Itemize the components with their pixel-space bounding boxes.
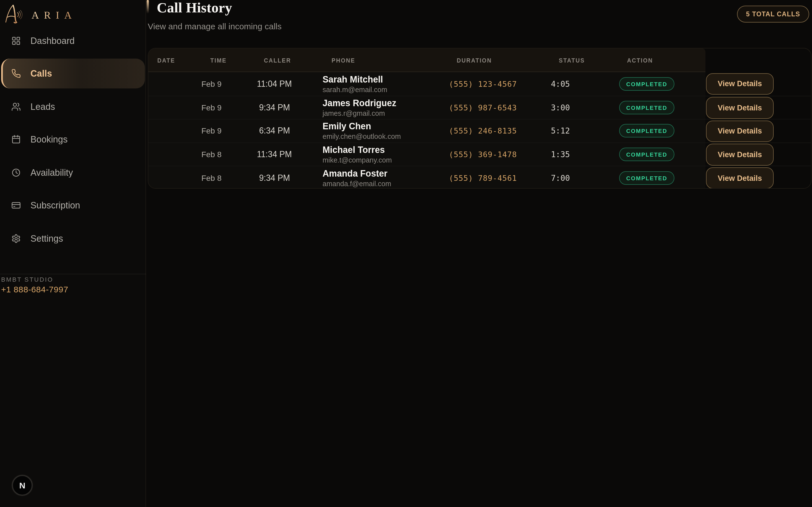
sidebar-item-dashboard[interactable]: Dashboard [1,25,145,55]
sidebar-item-availability[interactable]: Availability [1,158,145,187]
sidebar-item-leads[interactable]: Leads [1,92,145,121]
caller-email: sarah.m@email.com [322,86,447,94]
caller-name: Amanda Foster [322,168,438,179]
cell-status: COMPLETED [613,77,680,91]
column-header-status: STATUS [559,48,585,72]
view-details-button[interactable]: View Details [706,167,774,189]
caller-name: James Rodriguez [322,98,438,108]
status-badge: COMPLETED [619,171,674,184]
view-details-button[interactable]: View Details [706,97,774,119]
cell-time: 9:34 PM [241,173,308,183]
phone-icon [11,69,21,78]
caller-name: Sarah Mitchell [322,74,438,85]
sidebar-item-settings[interactable]: Settings [1,223,145,253]
cell-duration: 5:12 [551,126,602,135]
caller-email: mike.t@company.com [322,156,447,164]
cell-phone: (555) 369-1478 [449,150,550,159]
grid-icon [11,36,21,45]
cell-status: COMPLETED [613,124,680,138]
column-header-date: DATE [157,48,175,72]
call-history-table: DATETIMECALLERPHONEDURATIONSTATUSACTION … [148,48,811,189]
caller-email: james.r@gmail.com [322,110,447,117]
sidebar-item-bookings[interactable]: Bookings [1,124,145,154]
clock-icon [11,168,21,177]
view-details-button[interactable]: View Details [706,73,774,95]
sidebar: ARIA Dashboard Calls Leads Bookings Avai… [0,0,146,507]
cell-caller: Sarah Mitchell sarah.m@email.com [322,74,447,94]
cell-phone: (555) 789-4561 [449,173,550,182]
caller-email: amanda.f@email.com [322,180,447,187]
credit-card-icon [11,201,21,210]
cell-duration: 7:00 [551,173,602,182]
table-row: Feb 8 11:34 PM Michael Torres mike.t@com… [148,143,811,166]
table-body: Feb 9 11:04 PM Sarah Mitchell sarah.m@em… [148,72,811,189]
cell-status: COMPLETED [613,148,680,161]
cell-caller: Emily Chen emily.chen@outlook.com [322,121,447,141]
total-calls-badge: 5 TOTAL CALLS [737,6,809,22]
cell-duration: 1:35 [551,150,602,159]
status-badge: COMPLETED [619,124,674,138]
sidebar-item-subscription[interactable]: Subscription [1,190,145,220]
cell-date: Feb 9 [183,126,240,135]
cell-date: Feb 8 [183,150,240,159]
page-title: Call History [157,0,232,16]
column-header-time: TIME [210,48,227,72]
cell-time: 11:34 PM [241,149,308,159]
cell-date: Feb 9 [183,79,240,89]
app-window: ARIA Dashboard Calls Leads Bookings Avai… [0,0,812,507]
brand-name: ARIA [32,6,77,21]
cell-date: Feb 9 [183,103,240,112]
table-header-row: DATETIMECALLERPHONEDURATIONSTATUSACTION [148,48,705,72]
column-header-action: ACTION [627,48,653,72]
cell-phone: (555) 987-6543 [449,103,550,112]
status-badge: COMPLETED [619,148,674,161]
column-header-phone: PHONE [332,48,355,72]
users-icon [11,102,21,111]
table-row: Feb 9 11:04 PM Sarah Mitchell sarah.m@em… [148,72,811,96]
table-row: Feb 9 9:34 PM James Rodriguez james.r@gm… [148,96,811,119]
cell-phone: (555) 246-8135 [449,126,550,135]
studio-name: BMBT STUDIO [1,276,53,283]
calendar-icon [11,135,21,144]
table-row: Feb 8 9:34 PM Amanda Foster amanda.f@ema… [148,166,811,189]
cell-status: COMPLETED [613,101,680,114]
page-subtitle: View and manage all incoming calls [148,21,282,31]
sidebar-item-calls[interactable]: Calls [1,59,145,89]
view-details-button[interactable]: View Details [706,120,774,142]
caller-name: Michael Torres [322,145,438,155]
cell-time: 6:34 PM [241,126,308,136]
title-accent-bar [147,0,149,13]
cell-caller: Amanda Foster amanda.f@email.com [322,168,447,187]
caller-email: emily.chen@outlook.com [322,133,447,141]
aria-logo-icon [4,2,23,25]
table-row: Feb 9 6:34 PM Emily Chen emily.chen@outl… [148,119,811,142]
caller-name: Emily Chen [322,121,438,132]
main-content: Call History View and manage all incomin… [147,0,812,507]
column-header-duration: DURATION [457,48,492,72]
studio-phone: +1 888-684-7997 [1,284,68,294]
column-header-caller: CALLER [264,48,291,72]
sidebar-divider [0,274,146,274]
cell-time: 9:34 PM [241,103,308,113]
cell-phone: (555) 123-4567 [449,79,550,89]
view-details-button[interactable]: View Details [706,144,774,166]
gear-icon [11,233,21,243]
avatar[interactable]: N [12,475,33,496]
cell-duration: 3:00 [551,103,602,112]
cell-caller: Michael Torres mike.t@company.com [322,145,447,164]
cell-date: Feb 8 [183,173,240,182]
status-badge: COMPLETED [619,101,674,114]
cell-status: COMPLETED [613,171,680,184]
cell-caller: James Rodriguez james.r@gmail.com [322,98,447,117]
sidebar-nav: Dashboard Calls Leads Bookings Availabil… [0,22,146,256]
brand: ARIA [4,2,77,25]
cell-time: 11:04 PM [241,79,308,89]
cell-duration: 4:05 [551,79,602,89]
status-badge: COMPLETED [619,77,674,91]
